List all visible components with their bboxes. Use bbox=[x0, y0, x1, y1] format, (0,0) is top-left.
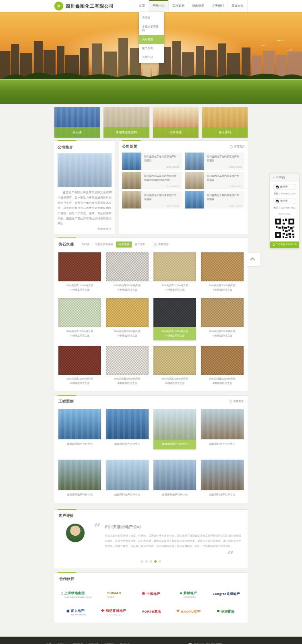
partner-logo-huarun[interactable]: ■华润置地 bbox=[209, 605, 243, 617]
qq-panel-header[interactable]: ▼ 公司QQ bbox=[270, 173, 299, 182]
product-card-label: 水包水多彩涂料 bbox=[103, 127, 149, 138]
carousel-dot[interactable] bbox=[141, 560, 143, 563]
stone-tile-highlighted[interactable]: 90%高仿真/100%纯天然中档楼盘经济之选 bbox=[153, 298, 196, 340]
projects-more-link[interactable]: + 查看更多 bbox=[229, 400, 244, 403]
footer-link-news[interactable]: 新闻动态 bbox=[84, 643, 99, 644]
news-item[interactable]: 四川鑫图化工签约某某地产外装项目 2014-10-22 bbox=[185, 172, 245, 189]
project-item[interactable]: 成都保利地产万科中心 bbox=[153, 460, 196, 497]
tab-shuibaoshui[interactable]: 水包水多彩涂料 bbox=[92, 242, 116, 248]
product-card-zhenshiqi[interactable]: 真石漆 bbox=[54, 107, 100, 138]
stone-tile[interactable]: 90%高仿真/100%纯天然中档楼盘经济之选 bbox=[153, 252, 196, 293]
carousel-dot-active[interactable] bbox=[154, 560, 157, 563]
stone-tile[interactable]: 90%高仿真/100%纯天然中档楼盘经济之选 bbox=[201, 252, 244, 293]
product-card-nizi[interactable]: 腻子系列 bbox=[202, 107, 248, 138]
about-text: 鑫图化工有限公司坐落于品牌文化城四川省成都市，是一家致力于专业建筑涂料的研发与生… bbox=[58, 190, 112, 226]
dropdown-item-zhenshiqi[interactable]: 真石漆 bbox=[139, 13, 164, 22]
stone-tile[interactable]: 90%高仿真/100%纯天然中档楼盘经济之选 bbox=[58, 346, 101, 386]
texture-swatch bbox=[201, 346, 244, 375]
qq-penguin-icon bbox=[276, 200, 279, 203]
carousel-dot[interactable] bbox=[145, 560, 148, 563]
project-caption: 成都保利地产万科中心 bbox=[153, 439, 196, 449]
project-caption: 成都保利地产万科中心 bbox=[58, 439, 101, 446]
nav-item-cooperation[interactable]: 真诚合作 bbox=[228, 0, 248, 12]
partner-logo-baoyu[interactable]: ★BAOYU宝宇 bbox=[171, 605, 205, 617]
partner-logo-forte[interactable]: FORTE复地 bbox=[134, 605, 168, 617]
project-item[interactable]: 成都保利地产万科中心 bbox=[106, 460, 149, 497]
product-card-shuibaoshui[interactable]: 水包水多彩涂料 bbox=[103, 107, 149, 138]
qq-contact-panel: ▼ 公司QQ 杨经理 座机：400-800-1234 李经理 电话：123-45… bbox=[270, 173, 299, 248]
news-thumbnail bbox=[122, 172, 141, 189]
qq-contact-button-yang[interactable]: 杨经理 bbox=[273, 184, 296, 190]
back-to-top-button[interactable] bbox=[246, 253, 260, 266]
nav-item-products[interactable]: 产品中心 bbox=[149, 0, 168, 12]
footer-link-products[interactable]: 产品中心 bbox=[52, 643, 67, 644]
product-card-neiwaiqiangqi[interactable]: 内外墙漆 bbox=[153, 107, 199, 138]
worktime-badge: 工作时间 9:00-21:00 bbox=[270, 242, 299, 248]
caret-down-icon: ▼ bbox=[273, 176, 275, 179]
footer-link-about[interactable]: 关于我们 bbox=[99, 643, 114, 644]
footer-link-cases[interactable]: 工程案例 bbox=[68, 643, 83, 644]
news-item-title: 四川鑫图化工签约某某地产外装项目 bbox=[144, 193, 179, 201]
stone-tile[interactable]: 90%高仿真/100%纯天然中档楼盘经济之选 bbox=[153, 346, 196, 386]
project-item[interactable]: 成都保利地产万科中心 bbox=[201, 409, 244, 449]
dropdown-item-other[interactable]: 其他产品 bbox=[139, 53, 164, 62]
news-more-link[interactable]: + 查看更多 bbox=[230, 145, 244, 149]
nav-item-about[interactable]: 关于我们 bbox=[208, 0, 228, 12]
dropdown-item-neiwaiqiangqi[interactable]: 内外墙漆 bbox=[139, 35, 164, 44]
site-header: ✕ 四川鑫图化工有限公司 首页 产品中心 工程案例 新闻动态 关于我们 真诚合作 bbox=[0, 0, 302, 12]
stone-tile[interactable]: 90%高仿真/100%纯天然中档楼盘经济之选 bbox=[106, 346, 149, 386]
stone-tile[interactable]: 90%高仿真/100%纯天然中档楼盘经济之选 bbox=[201, 346, 244, 386]
stone-tile[interactable]: 90%高仿真/100%纯天然中档楼盘经济之选 bbox=[106, 252, 149, 293]
stone-tile[interactable]: 90%高仿真/100%纯天然中档楼盘经济之选 bbox=[106, 298, 149, 340]
news-item-title: 四川鑫图化工签约某某地产外装项目 bbox=[207, 174, 242, 182]
product-card-label: 内外墙漆 bbox=[153, 127, 199, 138]
project-item[interactable]: 成都保利地产万科中心 bbox=[201, 460, 244, 497]
tab-zhenshiqi[interactable]: 真石漆 bbox=[79, 242, 92, 248]
hero-grass bbox=[0, 79, 302, 104]
partner-logo-rf[interactable]: ◆富力地产R&F PROPERTIES bbox=[59, 605, 93, 617]
partner-logo-hutchison[interactable]: ✚和记黄埔地产Hutchison Whampoa bbox=[97, 605, 131, 617]
dropdown-item-shuibaoshui[interactable]: 水包水多彩涂料 bbox=[139, 22, 164, 35]
projects-title: 工程案例 bbox=[58, 399, 74, 404]
more-icon: + bbox=[154, 243, 157, 246]
stone-tile[interactable]: 90%高仿真/100%纯天然中档楼盘经济之选 bbox=[201, 298, 244, 340]
product-card-label: 腻子系列 bbox=[202, 127, 248, 138]
stone-title: 仿石水准 bbox=[58, 242, 74, 247]
dropdown-item-nizi[interactable]: 腻子系列 bbox=[139, 44, 164, 53]
quote-close-icon: ” bbox=[105, 553, 234, 558]
partner-logo-xincheng[interactable]: ●新城地产让幸福变得简单 bbox=[171, 587, 205, 599]
news-item[interactable]: 四川鑫图化工签约某某地产外装项目 2014-10-22 bbox=[122, 153, 182, 170]
partner-logo-icon: ⌂ bbox=[60, 591, 63, 595]
carousel-dot[interactable] bbox=[150, 560, 152, 563]
news-item[interactable]: 四川鑫图化工签约某某地产外装项目 2014-10-22 bbox=[185, 191, 245, 208]
reviews-title: 客户评价 bbox=[58, 513, 244, 518]
tab-nizi[interactable]: 腻子系列 bbox=[132, 242, 148, 248]
partner-logo-greenland[interactable]: ⌂上海绿地集团SHANGHAI GREENLAND GROUP bbox=[59, 587, 93, 599]
footer-link-cooperation[interactable]: 真诚合作 bbox=[115, 643, 130, 644]
partner-logo-longfor[interactable]: Longfor龙湖地产 bbox=[209, 587, 243, 599]
project-item-highlighted[interactable]: 成都保利地产万科中心 bbox=[153, 409, 196, 449]
about-more-link[interactable]: 查看更多>> bbox=[58, 227, 112, 231]
project-item[interactable]: 成都保利地产万科中心 bbox=[58, 409, 101, 449]
carousel-dot[interactable] bbox=[159, 560, 161, 563]
tab-neiwaiqiangqi[interactable]: 内外墙漆 bbox=[116, 242, 132, 248]
nav-item-home[interactable]: 首页 bbox=[135, 0, 149, 12]
partner-logo-zhonghai[interactable]: ◉中海地产 bbox=[134, 587, 168, 599]
footer-link-home[interactable]: 首页 bbox=[46, 643, 52, 644]
project-caption: 成都保利地产万科中心 bbox=[106, 490, 149, 497]
stone-tile[interactable]: 90%高仿真/100%纯天然中档楼盘经济之选 bbox=[58, 298, 101, 340]
project-item[interactable]: 成都保利地产万科中心 bbox=[106, 409, 149, 449]
stone-more-link[interactable]: + 查看更多 bbox=[154, 243, 169, 246]
partner-logo-shimao[interactable]: SHIMAO世茂集团 bbox=[97, 587, 131, 599]
nav-item-cases[interactable]: 工程案例 bbox=[168, 0, 188, 12]
news-item[interactable]: 四川鑫图化工新品内外墙漆研制成功 防腐防潮新功能 2014-10-22 bbox=[122, 172, 182, 189]
nav-item-news[interactable]: 新闻动态 bbox=[188, 0, 208, 12]
news-item[interactable]: 四川鑫图化工签约某某地产外装项目 2014-10-22 bbox=[122, 191, 182, 208]
stone-tabs: 真石漆 水包水多彩涂料 内外墙漆 腻子系列 bbox=[79, 242, 148, 248]
news-item-title: 四川鑫图化工签约某某地产外装项目 bbox=[144, 155, 179, 162]
project-item[interactable]: 成都保利地产万科中心 bbox=[58, 460, 101, 497]
news-item[interactable]: 四川鑫图化工签约某某地产外装项目 2014-10-22 bbox=[185, 153, 245, 170]
qq-contact-button-li[interactable]: 李经理 bbox=[273, 198, 296, 204]
stone-tile[interactable]: 90%高仿真/100%纯天然中档楼盘经济之选 bbox=[58, 252, 101, 293]
news-thumbnail bbox=[185, 191, 204, 208]
